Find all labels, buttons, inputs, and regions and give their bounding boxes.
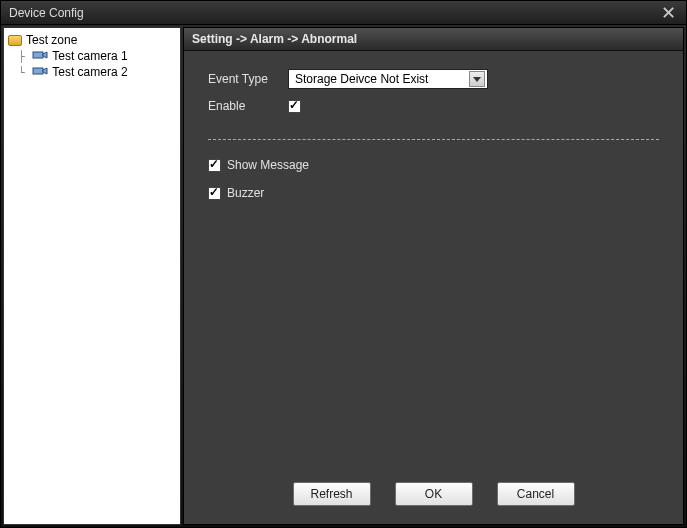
form-content: Event Type Storage Deivce Not Exist Enab… — [184, 51, 683, 468]
svg-marker-1 — [43, 52, 47, 58]
cancel-button[interactable]: Cancel — [497, 482, 575, 506]
event-type-label: Event Type — [208, 72, 288, 86]
row-event-type: Event Type Storage Deivce Not Exist — [208, 69, 659, 89]
buzzer-checkbox[interactable] — [208, 187, 221, 200]
tree-connector-icon: └ — [18, 66, 31, 79]
row-buzzer: Buzzer — [208, 186, 659, 200]
enable-label: Enable — [208, 99, 288, 113]
section-divider — [208, 139, 659, 140]
titlebar: Device Config ✕ — [1, 1, 686, 25]
chevron-down-icon — [469, 71, 485, 87]
event-type-select[interactable]: Storage Deivce Not Exist — [288, 69, 488, 89]
buzzer-label: Buzzer — [227, 186, 264, 200]
camera-icon — [32, 65, 48, 79]
show-message-checkbox[interactable] — [208, 159, 221, 172]
tree-item-camera[interactable]: └ Test camera 2 — [16, 64, 178, 80]
row-enable: Enable — [208, 99, 659, 113]
tree-root-zone[interactable]: Test zone — [6, 32, 178, 48]
refresh-button[interactable]: Refresh — [293, 482, 371, 506]
window-title: Device Config — [9, 6, 84, 20]
svg-rect-0 — [33, 52, 43, 58]
main-panel: Setting -> Alarm -> Abnormal Event Type … — [183, 27, 684, 525]
window-body: Test zone ├ Test camera 1 └ Test camera … — [1, 25, 686, 527]
tree-item-camera[interactable]: ├ Test camera 1 — [16, 48, 178, 64]
tree-item-label: Test camera 1 — [52, 49, 127, 63]
tree-children: ├ Test camera 1 └ Test camera 2 — [16, 48, 178, 80]
row-show-message: Show Message — [208, 158, 659, 172]
ok-button[interactable]: OK — [395, 482, 473, 506]
camera-icon — [32, 49, 48, 63]
show-message-label: Show Message — [227, 158, 309, 172]
breadcrumb: Setting -> Alarm -> Abnormal — [184, 28, 683, 51]
event-type-value: Storage Deivce Not Exist — [295, 72, 428, 86]
tree-connector-icon: ├ — [18, 50, 31, 63]
svg-rect-2 — [33, 68, 43, 74]
button-row: Refresh OK Cancel — [184, 468, 683, 524]
svg-marker-3 — [43, 68, 47, 74]
device-tree: Test zone ├ Test camera 1 └ Test camera … — [3, 27, 181, 525]
tree-item-label: Test camera 2 — [52, 65, 127, 79]
zone-icon — [8, 35, 22, 46]
close-icon[interactable]: ✕ — [658, 4, 678, 22]
tree-root-label: Test zone — [26, 33, 77, 47]
enable-checkbox[interactable] — [288, 100, 301, 113]
device-config-window: Device Config ✕ Test zone ├ Test camera … — [0, 0, 687, 528]
